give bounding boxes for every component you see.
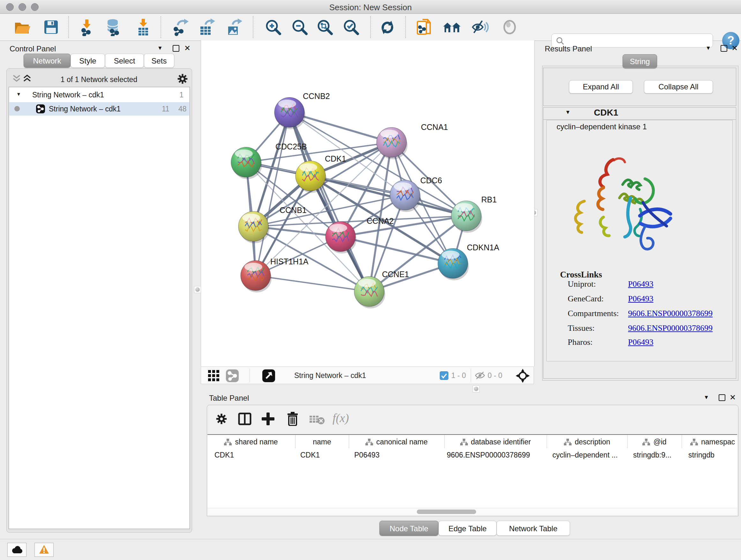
toolbar-separator: [253, 16, 253, 38]
share-view-icon[interactable]: [226, 369, 239, 382]
table-panel-float-icon[interactable]: [719, 394, 725, 401]
column-header-namespac[interactable]: namespac: [682, 438, 741, 446]
network-options-gear-icon[interactable]: [177, 73, 188, 84]
protein-details: cyclin–dependent kinase 1 CrossLinks: [546, 120, 733, 361]
crosslink-value-link[interactable]: 9606.ENSP00000378699: [628, 323, 713, 333]
results-panel-menu-icon[interactable]: ▼: [705, 45, 711, 51]
toolbar-separator: [405, 16, 406, 38]
results-panel-close-icon[interactable]: ✕: [731, 45, 738, 51]
network-edge[interactable]: [256, 142, 392, 275]
column-header-shared-name[interactable]: shared name: [207, 438, 295, 446]
network-edge[interactable]: [256, 112, 289, 275]
scrollbar-thumb[interactable]: [417, 509, 476, 514]
warning-button[interactable]: [35, 543, 54, 557]
zoom-out-icon[interactable]: [291, 18, 309, 36]
table-cell[interactable]: CDK1: [300, 451, 320, 459]
network-collection-row[interactable]: ▼ String Network – cdk1 1: [9, 89, 189, 102]
protein-collapse-icon[interactable]: ▼: [565, 109, 570, 116]
expand-all-button[interactable]: Expand All: [569, 80, 633, 94]
split-columns-icon[interactable]: [238, 413, 252, 425]
network-edge[interactable]: [256, 275, 369, 292]
table-cell[interactable]: CDK1: [214, 451, 234, 459]
tab-network-table[interactable]: Network Table: [496, 521, 570, 536]
tree-expand-icon[interactable]: ▼: [16, 91, 21, 97]
plus-icon[interactable]: [261, 413, 275, 425]
delete-table-icon[interactable]: [310, 415, 325, 425]
tab-select[interactable]: Select: [105, 54, 144, 68]
control-panel-close-icon[interactable]: ✕: [184, 45, 191, 51]
tab-node-table[interactable]: Node Table: [380, 521, 439, 536]
protein-description: cyclin–dependent kinase 1: [556, 122, 647, 131]
zoom-fit-icon[interactable]: [316, 18, 334, 36]
zoom-in-icon[interactable]: [264, 18, 282, 36]
tab-network[interactable]: Network: [23, 54, 71, 68]
node-column-icon: [460, 439, 468, 446]
network-node-CCNA1[interactable]: CCNA1: [377, 123, 448, 159]
table-panel-menu-icon[interactable]: ▼: [704, 394, 709, 401]
cloud-button[interactable]: [7, 543, 26, 557]
node-label: HIST1H1A: [270, 257, 309, 266]
share-document-icon[interactable]: [415, 18, 433, 36]
tab-edge-table[interactable]: Edge Table: [439, 521, 496, 536]
network-node-CDK1[interactable]: CDK1: [295, 154, 346, 193]
zoom-selected-icon[interactable]: [342, 18, 360, 36]
column-divider: [627, 435, 628, 448]
bottom-splitter-handle[interactable]: [473, 385, 480, 392]
column-header-description[interactable]: description: [547, 438, 627, 446]
search-icon: [556, 37, 564, 45]
column-header-canonical-name[interactable]: canonical name: [349, 438, 444, 446]
network-node-CCNB2[interactable]: CCNB2: [274, 91, 330, 129]
home-network-icon[interactable]: [443, 18, 461, 36]
open-in-window-icon[interactable]: [262, 369, 275, 382]
import-network-icon[interactable]: [78, 18, 96, 36]
table-horizontal-scrollbar[interactable]: [207, 508, 737, 515]
gear-icon[interactable]: [216, 413, 227, 425]
table-cell[interactable]: stringdb: [688, 451, 715, 459]
network-node-RB1[interactable]: RB1: [451, 195, 497, 233]
network-canvas[interactable]: CCNB2CCNA1CDC25BCDK1CDC6RB1CCNB1CCNA2CDK…: [201, 41, 535, 367]
crosslink-value-link[interactable]: P06493: [628, 294, 653, 304]
expand-all-icon[interactable]: [23, 74, 31, 84]
function-icon: f(x): [333, 411, 361, 425]
network-row-label: String Network – cdk1: [49, 105, 121, 113]
export-network-icon[interactable]: [172, 18, 189, 36]
center-view-icon[interactable]: [516, 369, 530, 383]
column-label: name: [313, 438, 331, 446]
column-header-name[interactable]: name: [295, 438, 349, 446]
results-panel-float-icon[interactable]: [721, 45, 727, 52]
collapse-all-button[interactable]: Collapse All: [644, 80, 713, 94]
selected-checkbox-icon[interactable]: [440, 371, 448, 380]
table-cell[interactable]: stringdb:9...: [633, 451, 671, 459]
show-hide-icon[interactable]: [471, 18, 488, 36]
grid-view-icon[interactable]: [208, 370, 220, 381]
table-cell[interactable]: P06493: [354, 451, 380, 459]
table-cell[interactable]: cyclin–dependent ...: [552, 451, 618, 459]
crosslink-row: GeneCard:P06493: [568, 294, 727, 304]
network-node-CDKN1A[interactable]: CDKN1A: [438, 243, 499, 280]
export-image-icon[interactable]: [224, 18, 242, 36]
column-header-database-identifier[interactable]: database identifier: [444, 438, 547, 446]
column-header-@id[interactable]: @id: [627, 438, 682, 446]
tab-style[interactable]: Style: [71, 54, 105, 68]
import-table-icon[interactable]: [134, 18, 152, 36]
save-icon[interactable]: [42, 18, 60, 36]
import-database-icon[interactable]: [105, 18, 122, 36]
export-table-icon[interactable]: [197, 18, 215, 36]
crosslink-value-link[interactable]: P06493: [628, 279, 653, 289]
refresh-icon[interactable]: [379, 18, 396, 36]
network-node-HIST1H1A[interactable]: HIST1H1A: [241, 257, 309, 293]
trash-icon[interactable]: [286, 412, 299, 426]
crosslink-value-link[interactable]: 9606.ENSP00000378699: [628, 309, 713, 318]
tab-sets[interactable]: Sets: [144, 54, 174, 68]
network-row-selected[interactable]: String Network – cdk1 11 48: [9, 102, 189, 116]
tab-string[interactable]: String: [623, 54, 657, 68]
crosslink-value-link[interactable]: P06493: [628, 337, 653, 347]
table-cell[interactable]: 9606.ENSP00000378699: [447, 451, 530, 459]
collapse-all-icon[interactable]: [12, 74, 21, 84]
eye-icon[interactable]: [501, 18, 519, 36]
open-folder-icon[interactable]: [13, 18, 31, 36]
table-panel-close-icon[interactable]: ✕: [730, 394, 736, 401]
control-panel-float-icon[interactable]: [173, 45, 179, 52]
control-panel-menu-icon[interactable]: ▼: [157, 45, 163, 51]
left-splitter-handle[interactable]: [194, 286, 201, 293]
